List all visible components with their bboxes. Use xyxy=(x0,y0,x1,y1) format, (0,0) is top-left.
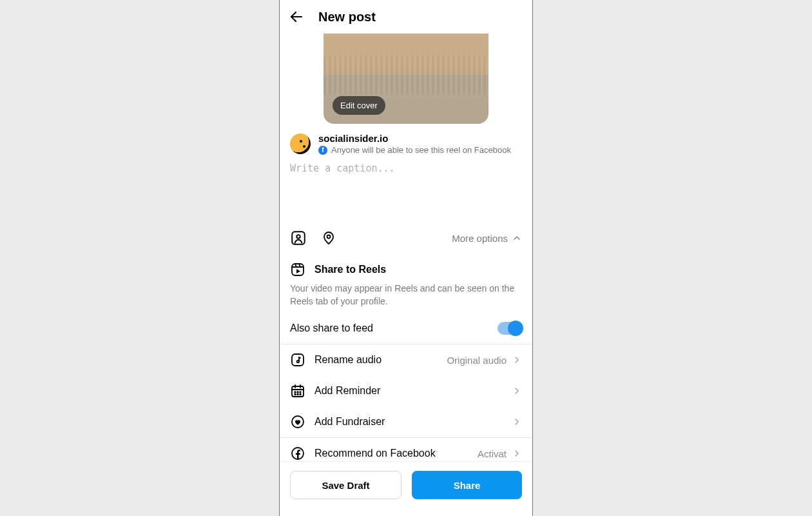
facebook-icon: f xyxy=(318,146,327,155)
edit-cover-button[interactable]: Edit cover xyxy=(333,96,385,115)
rename-audio-value: Original audio xyxy=(447,355,507,366)
page-title: New post xyxy=(318,10,376,25)
new-post-screen: New post Edit cover socialinsider.io f A… xyxy=(279,0,533,516)
svg-point-3 xyxy=(327,235,331,239)
svg-point-19 xyxy=(297,394,298,395)
svg-point-20 xyxy=(300,394,301,395)
also-share-to-feed-row: Also share to feed xyxy=(280,313,532,344)
svg-point-17 xyxy=(300,392,301,393)
more-options-button[interactable]: More options xyxy=(452,233,522,244)
also-share-to-feed-toggle[interactable] xyxy=(498,322,522,335)
svg-point-15 xyxy=(295,392,296,393)
calendar-icon xyxy=(290,383,305,399)
save-draft-button[interactable]: Save Draft xyxy=(290,471,401,499)
add-fundraiser-label: Add Fundraiser xyxy=(314,416,385,428)
more-options-label: More options xyxy=(452,233,508,244)
share-to-reels-description: Your video may appear in Reels and can b… xyxy=(290,283,522,308)
author-row: socialinsider.io f Anyone will be able t… xyxy=(280,124,532,157)
facebook-circle-icon xyxy=(290,446,305,461)
footer: Save Draft Share xyxy=(280,461,532,516)
location-icon[interactable] xyxy=(321,230,336,246)
header: New post xyxy=(280,0,532,34)
audio-icon xyxy=(290,352,305,368)
chevron-right-icon xyxy=(512,448,522,459)
chevron-right-icon xyxy=(512,355,522,365)
chevron-up-icon xyxy=(512,233,522,243)
add-reminder-label: Add Reminder xyxy=(314,385,380,397)
cover-preview[interactable]: Edit cover xyxy=(324,34,488,124)
back-icon[interactable] xyxy=(289,9,304,25)
svg-point-10 xyxy=(297,361,299,362)
svg-point-2 xyxy=(296,235,300,238)
fundraiser-icon xyxy=(290,414,305,430)
toggle-knob xyxy=(508,321,523,336)
svg-rect-4 xyxy=(292,264,304,275)
recommend-on-facebook-value: Activat xyxy=(478,448,507,459)
svg-point-16 xyxy=(297,392,298,393)
svg-point-18 xyxy=(295,394,296,395)
chevron-right-icon xyxy=(512,417,522,427)
rename-audio-label: Rename audio xyxy=(314,354,382,366)
rename-audio-row[interactable]: Rename audio Original audio xyxy=(280,344,532,375)
chevron-right-icon xyxy=(512,386,522,396)
svg-marker-8 xyxy=(296,269,300,273)
recommend-on-facebook-label: Recommend on Facebook xyxy=(314,448,436,459)
also-share-to-feed-label: Also share to feed xyxy=(290,322,373,334)
caption-input[interactable] xyxy=(280,157,532,224)
tag-people-icon[interactable] xyxy=(290,230,307,246)
username: socialinsider.io xyxy=(318,133,522,144)
reels-icon xyxy=(290,262,305,277)
share-button[interactable]: Share xyxy=(412,471,522,499)
options-row: More options xyxy=(280,227,532,254)
avatar[interactable] xyxy=(290,134,311,154)
cover-preview-wrap: Edit cover xyxy=(280,34,532,124)
add-reminder-row[interactable]: Add Reminder xyxy=(280,375,532,406)
add-fundraiser-row[interactable]: Add Fundraiser xyxy=(280,406,532,438)
content-area: Edit cover socialinsider.io f Anyone wil… xyxy=(280,34,532,461)
share-to-reels-section: Share to Reels Your video may appear in … xyxy=(280,254,532,313)
share-to-reels-title: Share to Reels xyxy=(314,264,386,275)
recommend-on-facebook-row[interactable]: Recommend on Facebook Activat xyxy=(280,438,532,461)
visibility-text: Anyone will be able to see this reel on … xyxy=(331,145,511,155)
